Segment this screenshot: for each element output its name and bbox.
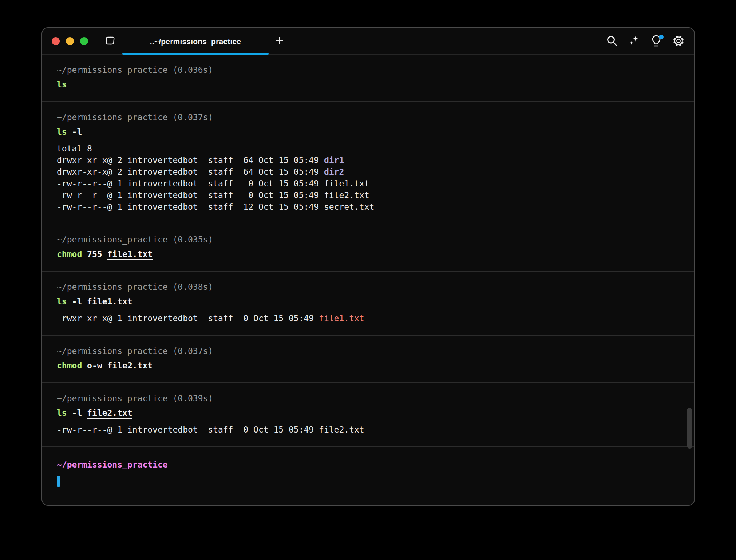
text-segment: o-w (82, 361, 107, 370)
terminal-window: ..~/permissions_practice (41, 27, 695, 506)
plus-icon (274, 36, 284, 47)
command-line[interactable]: ls -l file1.txt (57, 296, 680, 307)
text-segment: ls (57, 80, 67, 89)
current-prompt-path: ~/permissions_practice (57, 459, 680, 470)
filename-argument: file2.txt (107, 361, 153, 370)
toolbar-icons (606, 28, 685, 55)
scrollbar-thumb[interactable] (687, 408, 692, 449)
command-output: total 8 drwxr-xr-x@ 2 introvertedbot sta… (57, 143, 680, 213)
text-segment: dir1 (324, 155, 344, 165)
prompt-line: ~/permissions_practice (0.037s) (57, 111, 680, 123)
text-segment: -l (67, 297, 87, 306)
current-prompt-block[interactable]: ~/permissions_practice (42, 447, 694, 487)
text-segment: chmod (57, 361, 82, 370)
text-segment: file1.txt (319, 313, 364, 323)
text-segment: ls (57, 297, 67, 306)
prompt-line: ~/permissions_practice (0.036s) (57, 64, 680, 76)
text-segment: -rw-r--r--@ 1 introvertedbot staff 0 Oct… (57, 425, 364, 434)
text-segment: total 8 (57, 144, 92, 153)
command-line[interactable]: ls (57, 79, 680, 90)
settings-button[interactable] (672, 35, 685, 48)
filename-argument: file1.txt (107, 249, 153, 259)
tab-title: ..~/permissions_practice (150, 37, 241, 46)
fullscreen-window-button[interactable] (80, 37, 88, 45)
command-output: -rw-r--r--@ 1 introvertedbot staff 0 Oct… (57, 424, 680, 435)
notification-dot (659, 35, 664, 39)
command-block[interactable]: ~/permissions_practice (0.037s)chmod o-w… (42, 336, 694, 382)
prompt-line: ~/permissions_practice (0.035s) (57, 234, 680, 245)
prompt-line: ~/permissions_practice (0.037s) (57, 345, 680, 357)
text-segment: drwxr-xr-x@ 2 introvertedbot staff 64 Oc… (57, 167, 324, 177)
prompt-line: ~/permissions_practice (0.038s) (57, 281, 680, 293)
command-block[interactable]: ~/permissions_practice (0.036s)ls (42, 55, 694, 101)
command-line[interactable]: chmod 755 file1.txt (57, 248, 680, 260)
command-line[interactable]: chmod o-w file2.txt (57, 360, 680, 371)
command-block[interactable]: ~/permissions_practice (0.035s)chmod 755… (42, 224, 694, 271)
command-output: -rwxr-xr-x@ 1 introvertedbot staff 0 Oct… (57, 312, 680, 324)
gear-icon (672, 35, 685, 48)
tips-button[interactable] (650, 35, 662, 48)
tab-bar: ..~/permissions_practice (42, 28, 694, 55)
tab-list-button[interactable] (105, 35, 116, 47)
text-segment: 755 (82, 249, 107, 259)
sparkles-icon (628, 35, 640, 48)
text-segment: -l (67, 408, 87, 418)
text-segment: -rw-r--r--@ 1 introvertedbot staff 12 Oc… (57, 202, 374, 212)
command-block[interactable]: ~/permissions_practice (0.038s)ls -l fil… (42, 272, 694, 335)
new-tab-button[interactable] (271, 28, 288, 55)
command-block[interactable]: ~/permissions_practice (0.037s)ls -ltota… (42, 102, 694, 224)
close-window-button[interactable] (52, 37, 60, 45)
text-segment: ls (57, 408, 67, 418)
tab-permissions-practice[interactable]: ..~/permissions_practice (122, 28, 269, 55)
prompt-line: ~/permissions_practice (0.039s) (57, 393, 680, 404)
search-button[interactable] (606, 35, 618, 48)
command-line[interactable]: ls -l file2.txt (57, 407, 680, 419)
command-block[interactable]: ~/permissions_practice (0.039s)ls -l fil… (42, 383, 694, 446)
ai-assistant-button[interactable] (628, 35, 640, 48)
text-segment: -rw-r--r--@ 1 introvertedbot staff 0 Oct… (57, 179, 369, 188)
text-segment: chmod (57, 249, 82, 259)
text-segment: -l (67, 127, 82, 137)
command-line[interactable]: ls -l (57, 126, 680, 138)
terminal-cursor[interactable] (57, 476, 60, 487)
terminal-scrollback: ~/permissions_practice (0.036s)ls~/permi… (42, 55, 694, 487)
text-segment: -rw-r--r--@ 1 introvertedbot staff 0 Oct… (57, 190, 369, 200)
text-segment: -rwxr-xr-x@ 1 introvertedbot staff 0 Oct… (57, 313, 319, 323)
filename-argument: file1.txt (87, 297, 132, 306)
text-segment: ls (57, 127, 67, 137)
text-segment: drwxr-xr-x@ 2 introvertedbot staff 64 Oc… (57, 155, 324, 165)
minimize-window-button[interactable] (66, 37, 74, 45)
text-segment: dir2 (324, 167, 344, 177)
filename-argument: file2.txt (87, 408, 132, 418)
window-controls (52, 37, 88, 45)
book-icon (105, 35, 116, 47)
search-icon (606, 35, 618, 48)
